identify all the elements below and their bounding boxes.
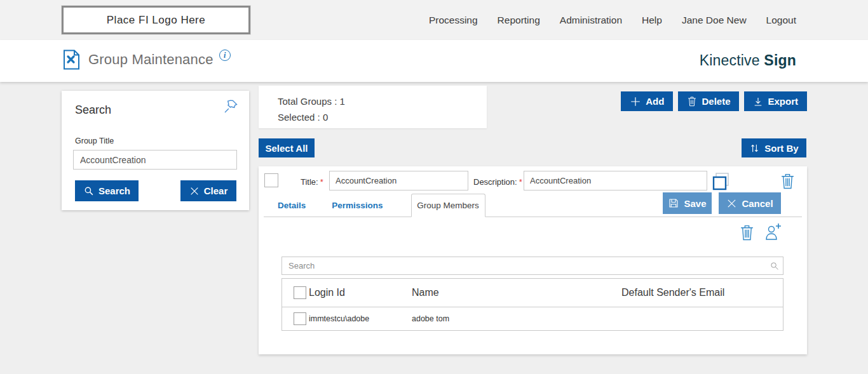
nav-help[interactable]: Help [642,15,662,26]
add-user-icon[interactable] [764,222,783,241]
column-login-id: Login Id [306,287,409,298]
top-bar: Place FI Logo Here Processing Reporting … [0,0,868,40]
pin-icon[interactable] [222,97,240,115]
required-asterisk: * [519,177,522,187]
page-title-group: Group Maintenance i [63,50,231,70]
title-input[interactable] [329,171,468,190]
nav-processing[interactable]: Processing [429,15,478,26]
nav-administration[interactable]: Administration [560,15,622,26]
groups-summary: Total Groups : 1 Selected : 0 [259,86,487,128]
top-navigation: Processing Reporting Administration Help… [429,0,796,40]
brand-bold: Sign [764,52,796,69]
required-asterisk: * [320,177,323,187]
copy-icon[interactable] [711,171,731,192]
search-icon [83,185,94,196]
member-search-input[interactable] [281,257,783,275]
members-table-header: Login Id Name Default Sender's Email [282,279,783,307]
column-default-senders-email: Default Sender's Email [619,287,783,298]
remove-member-icon[interactable] [739,224,755,241]
description-input[interactable] [524,171,707,190]
tab-group-members[interactable]: Group Members [411,194,485,217]
group-row-checkbox[interactable] [264,173,278,187]
description-label: Description:* [473,177,522,187]
trash-icon [687,96,697,107]
group-actions: Add Delete Export [621,91,807,111]
clear-button[interactable]: Clear [180,180,236,201]
column-name: Name [409,287,619,298]
fi-logo-placeholder: Place FI Logo Here [62,6,250,34]
members-table: Login Id Name Default Sender's Email imm… [281,278,783,331]
group-editor-panel: Title:* Description:* Details Permission… [259,166,807,354]
add-button[interactable]: Add [621,91,673,111]
group-title-input[interactable] [73,150,237,170]
group-title-label: Group Title [75,137,114,145]
delete-group-icon[interactable] [780,172,796,190]
member-search [281,257,783,275]
search-button[interactable]: Search [75,180,139,201]
tab-permissions[interactable]: Permissions [332,201,383,210]
sort-by-button[interactable]: Sort By [742,138,806,157]
nav-user-menu[interactable]: Jane Doe New [682,15,747,26]
member-login-id: immtestcu\adobe [306,314,409,323]
plus-icon [630,96,641,107]
search-panel: Search Group Title Search Clear [62,91,249,210]
delete-button[interactable]: Delete [678,91,739,111]
search-panel-title: Search [75,104,111,117]
select-all-members-checkbox[interactable] [294,286,306,299]
total-groups-count: Total Groups : 1 [278,93,487,109]
nav-reporting[interactable]: Reporting [498,15,540,26]
x-icon [189,186,200,196]
search-icon [770,261,779,270]
download-icon [753,97,763,107]
group-maintenance-icon [63,50,80,70]
brand-regular: Kinective [700,52,760,69]
sort-icon [749,143,760,154]
table-row[interactable]: immtestcu\adobe adobe tom [282,307,783,330]
select-all-button[interactable]: Select All [259,138,315,157]
save-icon [668,197,679,209]
member-name: adobe tom [409,314,619,323]
title-label: Title:* [301,177,323,187]
nav-logout[interactable]: Logout [766,15,796,26]
tab-details[interactable]: Details [278,201,306,210]
info-icon[interactable]: i [219,50,231,61]
member-row-checkbox[interactable] [294,312,306,325]
cancel-button[interactable]: Cancel [719,192,781,214]
save-button[interactable]: Save [663,192,712,214]
selected-count: Selected : 0 [278,109,487,125]
x-icon [726,198,737,209]
export-button[interactable]: Export [744,91,807,111]
fi-logo-text: Place FI Logo Here [107,14,205,27]
brand-logo: Kinective Sign [700,52,796,69]
page-header: Group Maintenance i Kinective Sign [0,40,868,82]
page-title: Group Maintenance [88,51,214,68]
